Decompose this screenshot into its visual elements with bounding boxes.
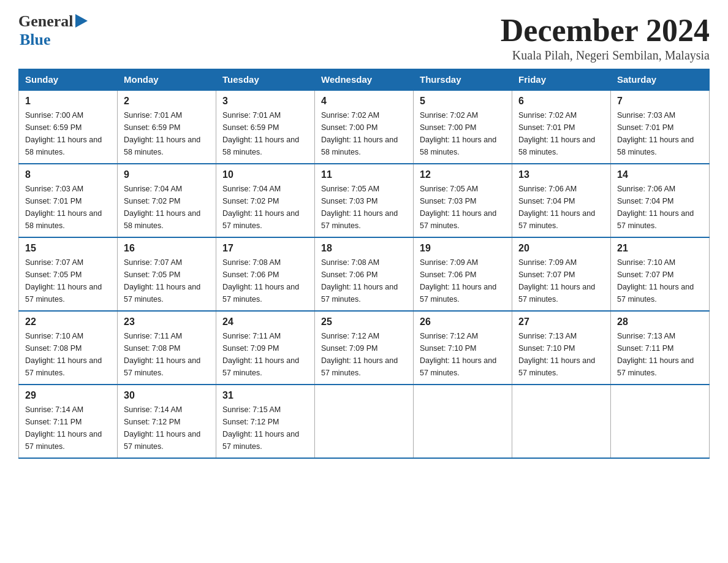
calendar-day-cell: 3 Sunrise: 7:01 AMSunset: 6:59 PMDayligh… (216, 90, 315, 164)
calendar-day-cell: 31 Sunrise: 7:15 AMSunset: 7:12 PMDaylig… (216, 385, 315, 458)
calendar-day-cell: 21 Sunrise: 7:10 AMSunset: 7:07 PMDaylig… (611, 237, 710, 311)
logo: General Blue (18, 12, 88, 49)
day-number: 22 (25, 316, 111, 327)
day-number: 24 (222, 316, 308, 327)
calendar-day-cell: 29 Sunrise: 7:14 AMSunset: 7:11 PMDaylig… (19, 385, 118, 458)
calendar-table: Sunday Monday Tuesday Wednesday Thursday… (18, 69, 710, 459)
day-number: 10 (222, 169, 308, 180)
day-number: 1 (25, 96, 111, 107)
day-info: Sunrise: 7:11 AMSunset: 7:09 PMDaylight:… (222, 332, 299, 377)
calendar-day-cell (414, 385, 512, 458)
day-number: 17 (222, 243, 308, 254)
day-info: Sunrise: 7:09 AMSunset: 7:06 PMDaylight:… (420, 258, 496, 304)
day-info: Sunrise: 7:02 AMSunset: 7:00 PMDaylight:… (420, 111, 496, 156)
calendar-day-cell (512, 385, 611, 458)
day-info: Sunrise: 7:07 AMSunset: 7:05 PMDaylight:… (124, 258, 200, 304)
calendar-day-cell: 14 Sunrise: 7:06 AMSunset: 7:04 PMDaylig… (611, 164, 710, 237)
calendar-week-row: 22 Sunrise: 7:10 AMSunset: 7:08 PMDaylig… (19, 311, 710, 385)
svg-marker-0 (75, 14, 88, 28)
day-info: Sunrise: 7:01 AMSunset: 6:59 PMDaylight:… (222, 111, 299, 156)
day-info: Sunrise: 7:06 AMSunset: 7:04 PMDaylight:… (518, 185, 595, 230)
logo-text-general: General (18, 12, 74, 31)
calendar-day-cell: 27 Sunrise: 7:13 AMSunset: 7:10 PMDaylig… (512, 311, 611, 385)
day-info: Sunrise: 7:10 AMSunset: 7:07 PMDaylight:… (617, 258, 694, 304)
header-sunday: Sunday (19, 69, 118, 91)
header-monday: Monday (118, 69, 216, 91)
logo-arrow-icon (75, 14, 88, 28)
day-number: 20 (518, 243, 604, 254)
calendar-day-cell: 2 Sunrise: 7:01 AMSunset: 6:59 PMDayligh… (118, 90, 216, 164)
calendar-week-row: 8 Sunrise: 7:03 AMSunset: 7:01 PMDayligh… (19, 164, 710, 237)
page-header: General Blue December 2024 Kuala Pilah, … (18, 12, 710, 63)
day-number: 6 (518, 96, 604, 107)
day-number: 11 (321, 169, 407, 180)
calendar-day-cell: 5 Sunrise: 7:02 AMSunset: 7:00 PMDayligh… (414, 90, 512, 164)
calendar-day-cell: 18 Sunrise: 7:08 AMSunset: 7:06 PMDaylig… (315, 237, 414, 311)
calendar-day-cell: 6 Sunrise: 7:02 AMSunset: 7:01 PMDayligh… (512, 90, 611, 164)
day-info: Sunrise: 7:15 AMSunset: 7:12 PMDaylight:… (222, 405, 299, 451)
calendar-day-cell: 13 Sunrise: 7:06 AMSunset: 7:04 PMDaylig… (512, 164, 611, 237)
day-number: 23 (124, 316, 210, 327)
day-number: 9 (124, 169, 210, 180)
day-info: Sunrise: 7:09 AMSunset: 7:07 PMDaylight:… (518, 258, 595, 304)
calendar-day-cell: 1 Sunrise: 7:00 AMSunset: 6:59 PMDayligh… (19, 90, 118, 164)
calendar-day-cell: 23 Sunrise: 7:11 AMSunset: 7:08 PMDaylig… (118, 311, 216, 385)
calendar-day-cell: 15 Sunrise: 7:07 AMSunset: 7:05 PMDaylig… (19, 237, 118, 311)
calendar-day-cell: 22 Sunrise: 7:10 AMSunset: 7:08 PMDaylig… (19, 311, 118, 385)
calendar-day-cell: 11 Sunrise: 7:05 AMSunset: 7:03 PMDaylig… (315, 164, 414, 237)
day-info: Sunrise: 7:12 AMSunset: 7:10 PMDaylight:… (420, 332, 496, 377)
day-number: 5 (420, 96, 506, 107)
calendar-day-cell: 25 Sunrise: 7:12 AMSunset: 7:09 PMDaylig… (315, 311, 414, 385)
day-number: 25 (321, 316, 407, 327)
calendar-day-cell: 8 Sunrise: 7:03 AMSunset: 7:01 PMDayligh… (19, 164, 118, 237)
calendar-day-cell: 17 Sunrise: 7:08 AMSunset: 7:06 PMDaylig… (216, 237, 315, 311)
calendar-day-cell: 20 Sunrise: 7:09 AMSunset: 7:07 PMDaylig… (512, 237, 611, 311)
calendar-day-cell (315, 385, 414, 458)
day-number: 27 (518, 316, 604, 327)
day-info: Sunrise: 7:12 AMSunset: 7:09 PMDaylight:… (321, 332, 398, 377)
day-info: Sunrise: 7:04 AMSunset: 7:02 PMDaylight:… (124, 185, 200, 230)
day-number: 8 (25, 169, 111, 180)
day-info: Sunrise: 7:13 AMSunset: 7:11 PMDaylight:… (617, 332, 694, 377)
day-number: 3 (222, 96, 308, 107)
day-number: 13 (518, 169, 604, 180)
day-number: 14 (617, 169, 703, 180)
calendar-day-cell: 9 Sunrise: 7:04 AMSunset: 7:02 PMDayligh… (118, 164, 216, 237)
header-wednesday: Wednesday (315, 69, 414, 91)
day-number: 30 (124, 390, 210, 401)
day-number: 19 (420, 243, 506, 254)
calendar-day-cell: 30 Sunrise: 7:14 AMSunset: 7:12 PMDaylig… (118, 385, 216, 458)
calendar-day-cell: 24 Sunrise: 7:11 AMSunset: 7:09 PMDaylig… (216, 311, 315, 385)
day-info: Sunrise: 7:03 AMSunset: 7:01 PMDaylight:… (25, 185, 102, 230)
day-info: Sunrise: 7:00 AMSunset: 6:59 PMDaylight:… (25, 111, 102, 156)
day-info: Sunrise: 7:08 AMSunset: 7:06 PMDaylight:… (222, 258, 299, 304)
day-info: Sunrise: 7:14 AMSunset: 7:12 PMDaylight:… (124, 405, 200, 451)
day-info: Sunrise: 7:03 AMSunset: 7:01 PMDaylight:… (617, 111, 694, 156)
day-number: 21 (617, 243, 703, 254)
calendar-header-row: Sunday Monday Tuesday Wednesday Thursday… (19, 69, 710, 91)
calendar-week-row: 29 Sunrise: 7:14 AMSunset: 7:11 PMDaylig… (19, 385, 710, 458)
calendar-day-cell (611, 385, 710, 458)
calendar-day-cell: 19 Sunrise: 7:09 AMSunset: 7:06 PMDaylig… (414, 237, 512, 311)
day-number: 31 (222, 390, 308, 401)
day-number: 28 (617, 316, 703, 327)
day-info: Sunrise: 7:05 AMSunset: 7:03 PMDaylight:… (321, 185, 398, 230)
calendar-title: December 2024 (501, 12, 710, 48)
day-number: 12 (420, 169, 506, 180)
day-info: Sunrise: 7:07 AMSunset: 7:05 PMDaylight:… (25, 258, 102, 304)
day-number: 26 (420, 316, 506, 327)
calendar-day-cell: 10 Sunrise: 7:04 AMSunset: 7:02 PMDaylig… (216, 164, 315, 237)
header-friday: Friday (512, 69, 611, 91)
day-info: Sunrise: 7:10 AMSunset: 7:08 PMDaylight:… (25, 332, 102, 377)
calendar-day-cell: 12 Sunrise: 7:05 AMSunset: 7:03 PMDaylig… (414, 164, 512, 237)
calendar-subtitle: Kuala Pilah, Negeri Sembilan, Malaysia (501, 48, 710, 63)
header-thursday: Thursday (414, 69, 512, 91)
day-number: 18 (321, 243, 407, 254)
day-info: Sunrise: 7:02 AMSunset: 7:01 PMDaylight:… (518, 111, 595, 156)
logo-text-blue: Blue (18, 31, 88, 49)
day-info: Sunrise: 7:01 AMSunset: 6:59 PMDaylight:… (124, 111, 200, 156)
header-tuesday: Tuesday (216, 69, 315, 91)
day-info: Sunrise: 7:05 AMSunset: 7:03 PMDaylight:… (420, 185, 496, 230)
day-number: 16 (124, 243, 210, 254)
day-info: Sunrise: 7:14 AMSunset: 7:11 PMDaylight:… (25, 405, 102, 451)
